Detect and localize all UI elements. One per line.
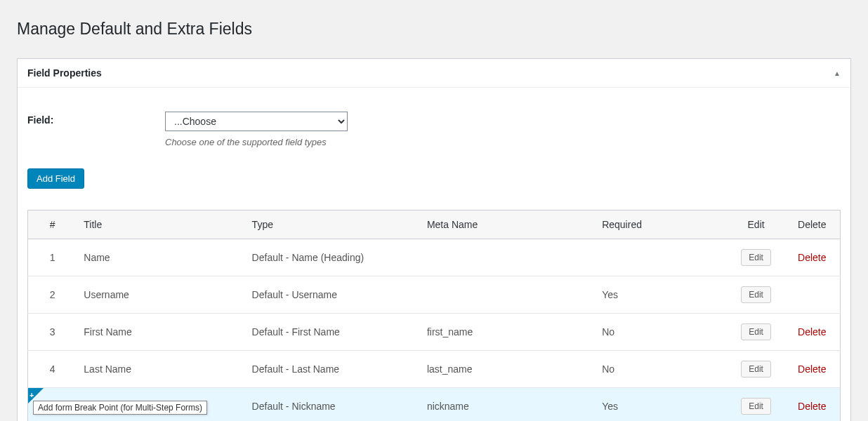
row-type: Default - Username <box>245 276 420 314</box>
table-row: 2UsernameDefault - UsernameYesEdit <box>28 276 841 314</box>
row-num: 3 <box>28 314 77 351</box>
row-required: Yes <box>595 276 728 314</box>
th-type: Type <box>245 210 420 239</box>
table-row: 1NameDefault - Name (Heading)EditDelete <box>28 239 841 276</box>
panel-heading: Field Properties <box>27 67 102 79</box>
row-meta: last_name <box>420 351 595 388</box>
row-meta: first_name <box>420 314 595 351</box>
field-properties-panel: Field Properties ▲ Field: ...Choose Choo… <box>17 58 851 421</box>
field-help-text: Choose one of the supported field types <box>165 137 841 147</box>
row-required <box>595 239 728 276</box>
panel-toggle-icon[interactable]: ▲ <box>834 69 841 77</box>
row-delete-cell: Delete <box>784 314 841 351</box>
th-meta: Meta Name <box>420 210 595 239</box>
th-delete: Delete <box>784 210 841 239</box>
row-delete-cell: Delete <box>784 388 841 422</box>
row-title: Last Name <box>77 351 244 388</box>
th-title: Title <box>77 210 244 239</box>
page-title: Manage Default and Extra Fields <box>17 20 851 39</box>
row-edit-cell: Edit <box>728 314 784 351</box>
row-delete-cell: Delete <box>784 239 841 276</box>
th-edit: Edit <box>728 210 784 239</box>
row-edit-cell: Edit <box>728 351 784 388</box>
row-required: Yes <box>595 388 728 422</box>
row-edit-cell: Edit <box>728 276 784 314</box>
row-edit-cell: Edit <box>728 239 784 276</box>
field-label: Field: <box>27 112 165 126</box>
row-required: No <box>595 351 728 388</box>
row-type: Default - Nickname <box>245 388 420 422</box>
row-title: First Name <box>77 314 244 351</box>
edit-button[interactable]: Edit <box>741 249 771 266</box>
row-type: Default - Name (Heading) <box>245 239 420 276</box>
row-edit-cell: Edit <box>728 388 784 422</box>
delete-link[interactable]: Delete <box>798 326 826 338</box>
edit-button[interactable]: Edit <box>741 323 771 340</box>
fields-table: # Title Type Meta Name Required Edit Del… <box>27 210 841 421</box>
delete-link[interactable]: Delete <box>798 401 826 412</box>
row-meta: nickname <box>420 388 595 422</box>
row-num: 2 <box>28 276 77 314</box>
row-delete-cell <box>784 276 841 314</box>
breakpoint-tooltip: Add form Break Point (for Multi-Step For… <box>33 401 207 415</box>
row-delete-cell: Delete <box>784 351 841 388</box>
row-title: Username <box>77 276 244 314</box>
delete-link[interactable]: Delete <box>798 252 826 263</box>
edit-button[interactable]: Edit <box>741 286 771 303</box>
edit-button[interactable]: Edit <box>741 361 771 377</box>
table-row: 3First NameDefault - First Namefirst_nam… <box>28 314 841 351</box>
row-type: Default - First Name <box>245 314 420 351</box>
delete-link[interactable]: Delete <box>798 363 826 375</box>
row-type: Default - Last Name <box>245 351 420 388</box>
th-required: Required <box>595 210 728 239</box>
table-row: 4Last NameDefault - Last Namelast_nameNo… <box>28 351 841 388</box>
row-meta <box>420 239 595 276</box>
add-field-button[interactable]: Add Field <box>27 168 84 189</box>
field-type-select[interactable]: ...Choose <box>165 112 348 131</box>
row-required: No <box>595 314 728 351</box>
edit-button[interactable]: Edit <box>741 398 771 415</box>
th-num: # <box>28 210 77 239</box>
row-meta <box>420 276 595 314</box>
row-num: 4 <box>28 351 77 388</box>
row-title: Name <box>77 239 244 276</box>
row-num: 1 <box>28 239 77 276</box>
